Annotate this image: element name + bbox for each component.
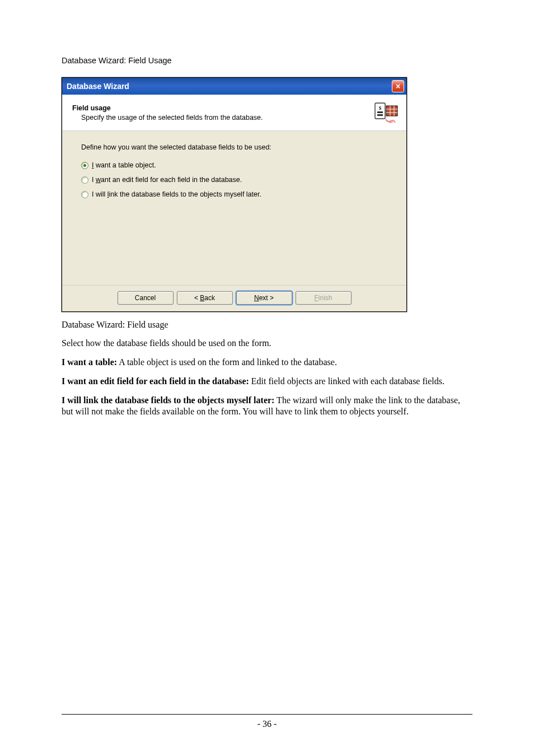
radio-option-table[interactable]: I want a table object. [81, 161, 387, 169]
radio-icon [81, 191, 88, 198]
back-button[interactable]: < Back [177, 291, 233, 305]
figure-caption: Database Wizard: Field usage [62, 320, 472, 330]
svg-rect-4 [386, 106, 397, 116]
page-number: - 36 - [257, 719, 277, 729]
para-text: A table object is used on the form and l… [117, 357, 337, 367]
dialog-titlebar: Database Wizard × [62, 78, 406, 95]
para-bold: I want a table: [62, 357, 117, 367]
close-icon: × [396, 82, 400, 90]
para-text: Edit field objects are linked with each … [249, 376, 444, 386]
radio-icon [81, 176, 88, 184]
wizard-icon: $ [374, 101, 399, 124]
paragraph-intro: Select how the database fields should be… [62, 338, 472, 349]
para-bold: I want an edit field for each field in t… [62, 376, 249, 386]
radio-icon [81, 162, 88, 169]
dialog-header: Field usage Specify the usage of the sel… [62, 95, 406, 131]
section-heading: Database Wizard: Field Usage [62, 56, 472, 65]
paragraph-edit-field: I want an edit field for each field in t… [62, 376, 472, 387]
page-footer: - 36 - [62, 714, 472, 729]
dialog-body: Define how you want the selected databas… [62, 131, 406, 285]
svg-rect-2 [377, 111, 383, 113]
header-title: Field usage [72, 104, 374, 112]
dialog-title: Database Wizard [67, 82, 129, 91]
radio-group: I want a table object. I want an edit fi… [81, 161, 387, 198]
paragraph-link-later: I will link the database fields to the o… [62, 395, 472, 417]
cancel-button[interactable]: Cancel [118, 291, 174, 305]
svg-text:$: $ [379, 106, 381, 111]
radio-label: I will link the database fields to the o… [92, 190, 261, 198]
radio-label: I want a table object. [92, 161, 156, 169]
body-instruction: Define how you want the selected databas… [81, 143, 387, 151]
dialog-footer: Cancel < Back Next > Finish [62, 285, 406, 311]
close-button[interactable]: × [392, 80, 404, 92]
radio-label: I want an edit field for each field in t… [92, 176, 242, 184]
header-text-block: Field usage Specify the usage of the sel… [72, 104, 374, 122]
wizard-dialog: Database Wizard × Field usage Specify th… [62, 77, 407, 312]
finish-button: Finish [296, 291, 352, 305]
svg-rect-3 [377, 114, 383, 116]
para-bold: I will link the database fields to the o… [62, 395, 274, 405]
next-button[interactable]: Next > [236, 291, 292, 305]
paragraph-table: I want a table: A table object is used o… [62, 357, 472, 368]
header-subtitle: Specify the usage of the selected fields… [81, 114, 374, 122]
radio-option-edit-field[interactable]: I want an edit field for each field in t… [81, 176, 387, 184]
radio-option-link-later[interactable]: I will link the database fields to the o… [81, 190, 387, 198]
